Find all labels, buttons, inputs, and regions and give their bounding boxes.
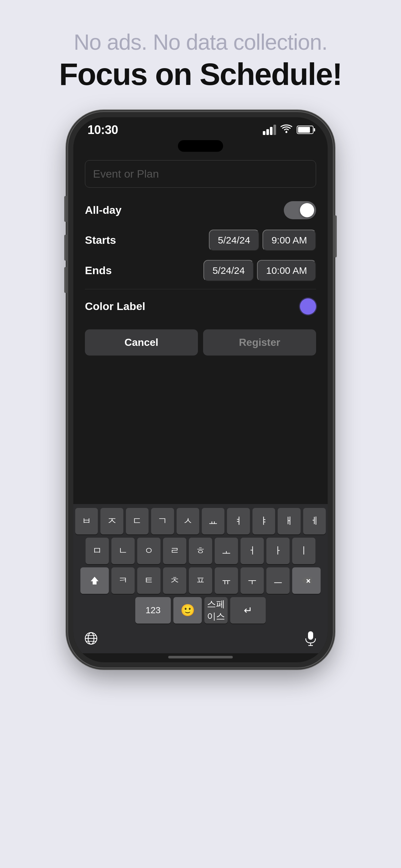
key-ㅣ[interactable]: ㅣ — [292, 538, 315, 564]
phone-screen: 10:30 — [73, 117, 328, 662]
starts-pills: 5/24/24 9:00 AM — [209, 229, 316, 251]
battery-icon — [297, 126, 313, 134]
shift-key[interactable] — [81, 567, 109, 594]
ends-date-button[interactable]: 5/24/24 — [204, 260, 254, 281]
key-ㅂ[interactable]: ㅂ — [75, 508, 98, 534]
key-ㅅ[interactable]: ㅅ — [177, 508, 199, 534]
ends-label: Ends — [85, 264, 112, 277]
phone-mockup: 10:30 — [68, 112, 333, 668]
key-ㅕ[interactable]: ㅕ — [227, 508, 250, 534]
ends-row: Ends 5/24/24 10:00 AM — [85, 255, 316, 286]
key-ㅐ[interactable]: ㅐ — [278, 508, 300, 534]
starts-row: Starts 5/24/24 9:00 AM — [85, 225, 316, 255]
starts-date-button[interactable]: 5/24/24 — [209, 229, 259, 251]
key-ㅓ[interactable]: ㅓ — [241, 538, 264, 564]
signal-icon — [263, 125, 276, 135]
status-time: 10:30 — [88, 123, 118, 137]
key-ㅁ[interactable]: ㅁ — [86, 538, 109, 564]
action-buttons: Cancel Register — [85, 330, 316, 355]
key-ㅗ[interactable]: ㅗ — [215, 538, 238, 564]
keyboard-row-4: 123 🙂 스페이스 ↵ — [75, 597, 326, 624]
emoji-key[interactable]: 🙂 — [174, 597, 202, 624]
key-ㅏ[interactable]: ㅏ — [266, 538, 289, 564]
svg-point-0 — [285, 131, 287, 133]
svg-marker-1 — [91, 577, 98, 585]
keyboard-row-3: ㅋ ㅌ ㅊ ㅍ ㅠ ㅜ ㅡ — [75, 567, 326, 594]
color-dot[interactable] — [300, 299, 316, 314]
header-section: No ads. No data collection. Focus on Sch… — [59, 29, 342, 93]
keyboard-row-1: ㅂ ㅈ ㄷ ㄱ ㅅ ㅛ ㅕ ㅑ ㅐ ㅔ — [75, 508, 326, 534]
dynamic-island — [178, 140, 223, 152]
starts-label: Starts — [85, 234, 116, 246]
event-input[interactable] — [93, 167, 308, 180]
key-ㅑ[interactable]: ㅑ — [252, 508, 275, 534]
keyboard-bottom-row — [75, 627, 326, 650]
key-ㄴ[interactable]: ㄴ — [112, 538, 135, 564]
all-day-label: All-day — [85, 204, 121, 216]
key-ㅇ[interactable]: ㅇ — [137, 538, 160, 564]
key-ㅈ[interactable]: ㅈ — [100, 508, 123, 534]
wifi-icon — [281, 124, 292, 135]
app-content: All-day Starts 5/24/24 9:00 AM Ends 5/24… — [73, 154, 328, 504]
starts-time-button[interactable]: 9:00 AM — [263, 229, 316, 251]
keyboard-row-2: ㅁ ㄴ ㅇ ㄹ ㅎ ㅗ ㅓ ㅏ ㅣ — [75, 538, 326, 564]
key-ㅠ[interactable]: ㅠ — [215, 567, 238, 594]
ends-pills: 5/24/24 10:00 AM — [204, 260, 316, 281]
key-ㄹ[interactable]: ㄹ — [163, 538, 186, 564]
key-ㅜ[interactable]: ㅜ — [241, 567, 264, 594]
svg-rect-9 — [308, 631, 313, 640]
home-indicator — [168, 656, 233, 658]
delete-key[interactable] — [292, 567, 320, 594]
status-bar: 10:30 — [73, 117, 328, 140]
cancel-button[interactable]: Cancel — [85, 330, 198, 355]
tagline-main: Focus on Schedule! — [59, 56, 342, 93]
key-ㅋ[interactable]: ㅋ — [112, 567, 135, 594]
key-ㅡ[interactable]: ㅡ — [266, 567, 289, 594]
key-ㅍ[interactable]: ㅍ — [189, 567, 212, 594]
key-ㅌ[interactable]: ㅌ — [137, 567, 160, 594]
mic-key[interactable] — [301, 627, 320, 650]
ends-time-button[interactable]: 10:00 AM — [257, 260, 316, 281]
divider — [85, 289, 316, 289]
keyboard: ㅂ ㅈ ㄷ ㄱ ㅅ ㅛ ㅕ ㅑ ㅐ ㅔ ㅁ ㄴ ㅇ ㄹ ㅎ ㅗ ㅓ ㅏ — [73, 504, 328, 653]
num-key[interactable]: 123 — [135, 597, 171, 624]
color-label-text: Color Label — [85, 300, 145, 313]
all-day-toggle[interactable] — [284, 201, 316, 219]
space-key[interactable]: 스페이스 — [204, 597, 227, 624]
globe-key[interactable] — [81, 628, 102, 649]
key-ㅔ[interactable]: ㅔ — [303, 508, 326, 534]
key-ㄱ[interactable]: ㄱ — [151, 508, 174, 534]
all-day-row: All-day — [85, 195, 316, 225]
register-button[interactable]: Register — [203, 330, 316, 355]
key-ㄷ[interactable]: ㄷ — [126, 508, 149, 534]
return-key[interactable]: ↵ — [230, 597, 266, 624]
key-ㅛ[interactable]: ㅛ — [202, 508, 224, 534]
color-label-row: Color Label — [85, 292, 316, 320]
status-icons — [263, 124, 313, 135]
event-input-container[interactable] — [85, 160, 316, 188]
key-ㅎ[interactable]: ㅎ — [189, 538, 212, 564]
key-ㅊ[interactable]: ㅊ — [163, 567, 186, 594]
tagline-sub: No ads. No data collection. — [59, 29, 342, 56]
